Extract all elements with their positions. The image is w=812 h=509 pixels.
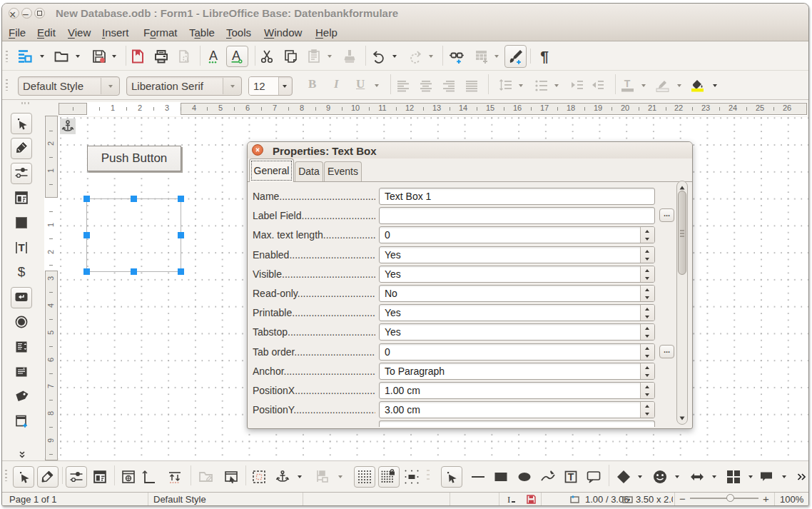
- svg-text:T: T: [568, 471, 574, 483]
- svg-text:$: $: [18, 264, 26, 279]
- svg-text:¶: ¶: [540, 48, 549, 64]
- svg-text:T: T: [624, 78, 631, 89]
- svg-text:T: T: [18, 241, 24, 253]
- svg-text:A: A: [209, 49, 218, 63]
